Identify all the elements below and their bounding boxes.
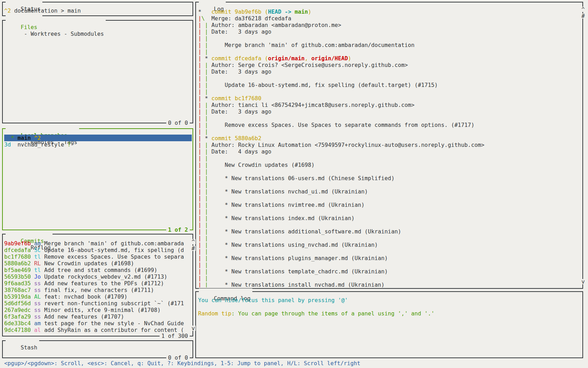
- status-panel[interactable]: Status ^2 documentation > main: [2, 2, 193, 16]
- commits-list: 9ab9ef6b am Merge branch 'main' of githu…: [4, 240, 192, 335]
- commit-row[interactable]: bc1f7680 tl Remove excess Spaces. Use Sp…: [4, 253, 192, 260]
- commit-row[interactable]: bf5ae469 tl Add tree and stat commands (…: [4, 267, 192, 273]
- scrollbar-thumb-icon[interactable]: #: [581, 13, 586, 19]
- log-row[interactable]: | |: [198, 235, 582, 241]
- log-row[interactable]: | | * New translations additional_softwa…: [198, 228, 582, 235]
- log-panel[interactable]: Log * commit 9ab9ef6b (HEAD -> main)|\ M…: [195, 2, 583, 289]
- log-row[interactable]: | | * New translations 06-users.md (Chin…: [198, 175, 582, 182]
- branches-list: * main ^23d nvchad_restyle ?: [4, 135, 192, 229]
- log-row[interactable]: | |: [198, 128, 582, 135]
- stash-panel-title: Stash: [6, 338, 39, 357]
- status-content: ^2 documentation > main: [4, 7, 192, 15]
- log-row[interactable]: | |: [198, 168, 582, 175]
- log-row[interactable]: | | New Crowdin updates (#1698): [198, 162, 582, 168]
- log-row[interactable]: | | * New translations using_nvchad.md (…: [198, 241, 582, 248]
- commit-row[interactable]: 6f3afa29 ss Add new features (#1707): [4, 313, 192, 320]
- log-row[interactable]: | |: [198, 248, 582, 255]
- scroll-up-icon[interactable]: ^: [581, 7, 586, 12]
- log-row[interactable]: | |: [198, 155, 582, 162]
- scrollbar-thumb-icon[interactable]: #: [191, 246, 196, 251]
- tabs-worktrees-submodules[interactable]: - Worktrees - Submodules: [21, 30, 104, 37]
- log-row[interactable]: | |: [198, 195, 582, 202]
- log-row[interactable]: | |: [198, 48, 582, 55]
- scroll-up-icon[interactable]: ^: [191, 239, 196, 244]
- log-row[interactable]: | | * New translations install_nvchad.md…: [198, 281, 582, 287]
- stash-title-label: Stash: [21, 344, 37, 351]
- command-log-panel[interactable]: Command log You can hide/focus this pane…: [195, 291, 583, 358]
- log-row[interactable]: | | Update 16-about-sytemd.md, fix spell…: [198, 82, 582, 88]
- log-row[interactable]: | |: [198, 115, 582, 122]
- log-row[interactable]: | * commit 5880a6b2: [198, 135, 582, 142]
- log-row[interactable]: | | Date: 3 days ago: [198, 68, 582, 75]
- status-line: ^2 documentation > main: [4, 7, 192, 14]
- command-log-line: You can hide/focus this panel by pressin…: [198, 297, 582, 304]
- log-row[interactable]: | | * New translations index.md (Ukraini…: [198, 215, 582, 222]
- status-bar: <pgup>/<pgdown>: Scroll, <esc>: Cancel, …: [0, 360, 588, 367]
- branch-row[interactable]: 3d nvchad_restyle ?: [4, 141, 192, 148]
- log-row[interactable]: | | * New translations plugins_manager.m…: [198, 255, 582, 261]
- commit-row[interactable]: 9ab9ef6b am Merge branch 'main' of githu…: [4, 240, 192, 247]
- files-panel-tabs: Files - Worktrees - Submodules: [6, 17, 106, 44]
- log-row[interactable]: | | Date: 3 days ago: [198, 108, 582, 115]
- log-row[interactable]: | |: [198, 261, 582, 268]
- log-row[interactable]: * commit 9ab9ef6b (HEAD -> main): [198, 8, 582, 15]
- commit-row[interactable]: 56593b50 Jo Update rockydocs_webdev_v2.m…: [4, 273, 192, 280]
- log-row[interactable]: | | Author: Serge Crois? <SergeCroise@us…: [198, 62, 582, 68]
- log-row[interactable]: | * commit dfcedafa (origin/main, origin…: [198, 55, 582, 62]
- log-row[interactable]: | |: [198, 75, 582, 82]
- log-row[interactable]: | | * New translations template_chadrc.m…: [198, 268, 582, 275]
- log-row[interactable]: | | Author: Rocky Linux Automation <7594…: [198, 142, 582, 148]
- log-row[interactable]: |\ Merge: da3f6218 dfcedafa: [198, 15, 582, 22]
- log-row[interactable]: | |: [198, 208, 582, 215]
- commit-row[interactable]: 267a9edc ss Minor edits, xfce 9-minimal …: [4, 307, 192, 313]
- log-row[interactable]: | | Remove excess Spaces. Use Spaces to …: [198, 122, 582, 128]
- log-graph: * commit 9ab9ef6b (HEAD -> main)|\ Merge…: [198, 8, 582, 287]
- stash-panel[interactable]: Stash 0 of 0: [2, 340, 193, 358]
- log-row[interactable]: | * commit bc1f7680: [198, 95, 582, 102]
- commit-row[interactable]: 6de33bc4 am test page for the new style …: [4, 320, 192, 327]
- log-row[interactable]: | | * New translations nvimtree.md (Ukra…: [198, 202, 582, 208]
- lazygit-terminal: { "palette":{ "bg":"#f0efeb","fg":"#3437…: [0, 0, 588, 368]
- log-row[interactable]: | | Author: tianci li <86754294+jimcat8@…: [198, 102, 582, 108]
- scroll-down-icon[interactable]: v: [581, 279, 586, 284]
- tab-files[interactable]: Files: [21, 24, 37, 30]
- log-row[interactable]: | |: [198, 275, 582, 281]
- branch-row[interactable]: * main ^2: [4, 135, 192, 141]
- command-log-line: Random tip: You can page through the ite…: [198, 310, 582, 317]
- log-row[interactable]: | |: [198, 35, 582, 42]
- status-bar-right: Donate Ask Question 0.40.2: [484, 360, 584, 367]
- branches-panel[interactable]: Local branches - Remotes - Tags * main ^…: [2, 128, 193, 230]
- log-row[interactable]: | | Date: 4 days ago: [198, 148, 582, 155]
- keybindings-help: <pgup>/<pgdown>: Scroll, <esc>: Cancel, …: [4, 360, 360, 367]
- log-row[interactable]: | | Merge branch 'main' of github.com:am…: [198, 42, 582, 48]
- commit-row[interactable]: 5d6df56d ss revert non-functioning subsc…: [4, 300, 192, 307]
- files-count: 0 of 0: [166, 120, 190, 126]
- commit-row[interactable]: 5880a6b2 RL New Crowdin updates (#1698): [4, 260, 192, 267]
- commit-row[interactable]: 38768ac7 ss final fix, new characters (#…: [4, 287, 192, 293]
- command-log-content: You can hide/focus this panel by pressin…: [198, 297, 582, 357]
- commit-row[interactable]: 9f6aad35 ss Add new features to the PDFs…: [4, 280, 192, 287]
- commits-count: 1 of 300: [160, 333, 190, 339]
- log-row[interactable]: | | Date: 3 days ago: [198, 28, 582, 35]
- command-log-line: [198, 304, 582, 310]
- log-row[interactable]: | |: [198, 222, 582, 228]
- scroll-down-icon[interactable]: v: [191, 326, 196, 331]
- branches-count: 1 of 2: [166, 226, 190, 233]
- commits-panel[interactable]: Commits - Reflog 9ab9ef6b am Merge branc…: [2, 234, 193, 336]
- log-row[interactable]: | | Author: ambaradan <ambaradan@proton.…: [198, 22, 582, 28]
- log-row[interactable]: | |: [198, 88, 582, 95]
- commit-row[interactable]: dfcedafa SC Update 16-about-sytemd.md, f…: [4, 247, 192, 253]
- log-row[interactable]: | | * New translations nvchad_ui.md (Ukr…: [198, 188, 582, 195]
- log-row[interactable]: | |: [198, 182, 582, 188]
- files-panel[interactable]: Files - Worktrees - Submodules 0 of 0: [2, 20, 193, 123]
- commit-row[interactable]: b53919da AL feat: nvchad book (#1709): [4, 293, 192, 300]
